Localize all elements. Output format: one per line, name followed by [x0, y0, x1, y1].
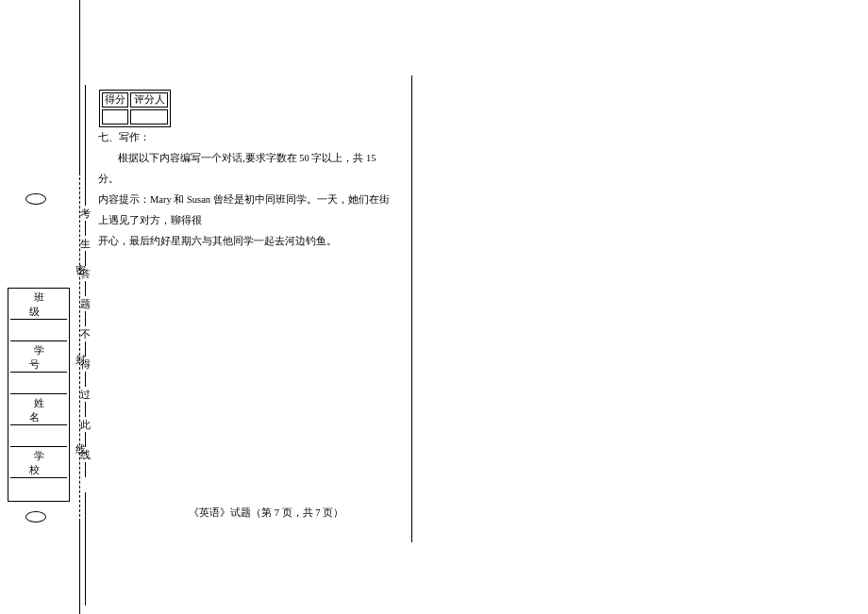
page-footer: 《英语》试题（第 7 页，共 7 页） [189, 506, 343, 520]
binding-char: 题 [77, 299, 92, 309]
hole-line [0, 1, 64, 2]
seal-char: 密 [73, 265, 88, 275]
inner-line [85, 372, 86, 387]
binding-line [79, 0, 80, 173]
score-box: 得分 评分人 [99, 90, 171, 127]
instruction: 根据以下内容编写一个对话,要求字数在 50 字以上，共 15 分。 [98, 148, 391, 190]
binding-line [79, 522, 80, 614]
scorer-header: 评分人 [130, 92, 168, 108]
inner-line [85, 402, 86, 417]
punch-hole [25, 193, 46, 205]
hint-line2: 开心，最后约好星期六与其他同学一起去河边钓鱼。 [98, 231, 391, 252]
inner-line [85, 281, 86, 296]
input-name[interactable] [10, 427, 67, 447]
question-body: 七、写作： 根据以下内容编写一个对话,要求字数在 50 字以上，共 15 分。 … [98, 127, 391, 252]
input-school[interactable] [10, 480, 67, 499]
inner-line [85, 462, 86, 477]
hint-line1: 内容提示：Mary 和 Susan 曾经是初中同班同学。一天，她们在街上遇见了对… [98, 190, 391, 231]
label-number: 学 号 [10, 343, 67, 373]
label-name: 姓 名 [10, 396, 67, 425]
label-school: 学 校 [10, 449, 67, 478]
binding-dashed [79, 173, 80, 522]
student-info-table: 班 级 学 号 姓 名 学 校 [8, 288, 70, 502]
inner-line [85, 85, 86, 206]
inner-line [85, 311, 86, 326]
binding-char: 考 [77, 208, 92, 219]
label-class: 班 级 [10, 290, 67, 320]
inner-line [85, 221, 86, 236]
page-divider [411, 75, 412, 542]
binding-char: 生 [77, 239, 92, 249]
scorer-cell[interactable] [130, 109, 168, 124]
exam-page: 考 生 答 题 不 得 过 此 线 密 封 线 班 级 学 号 姓 名 学 校 … [0, 0, 868, 614]
inner-line [85, 492, 86, 606]
score-cell[interactable] [102, 109, 128, 124]
punch-hole [25, 511, 46, 523]
score-header: 得分 [102, 92, 128, 108]
seal-char: 封 [73, 355, 88, 365]
section-title: 七、写作： [98, 127, 391, 148]
binding-char: 此 [77, 420, 92, 430]
binding-char: 过 [77, 390, 92, 400]
input-number[interactable] [10, 374, 67, 394]
input-class[interactable] [10, 322, 67, 341]
binding-char: 不 [77, 329, 92, 340]
seal-char: 线 [73, 444, 88, 455]
